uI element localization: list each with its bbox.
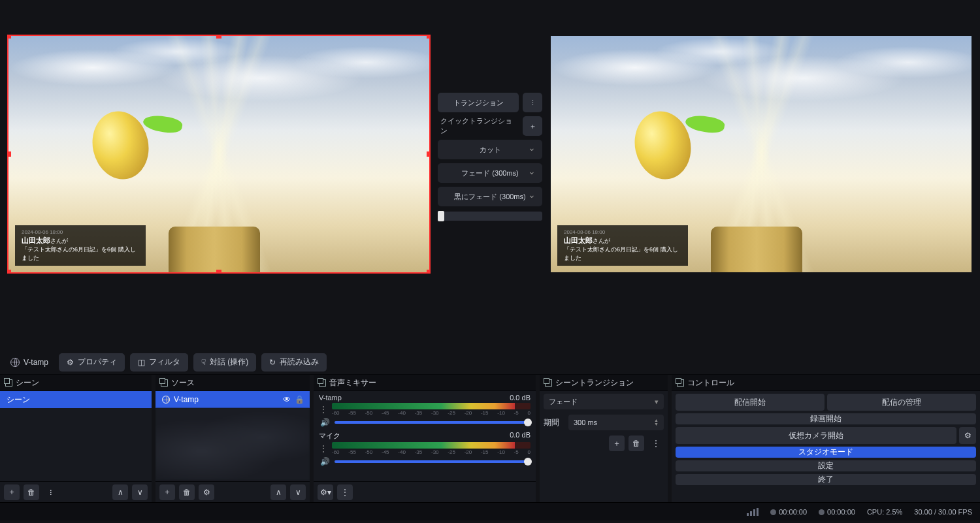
- controls-header: コントロール: [672, 375, 980, 391]
- interact-button[interactable]: ☟対話 (操作): [193, 353, 256, 372]
- scene-filter-button[interactable]: ⫶: [43, 484, 59, 500]
- add-transition-button[interactable]: ＋: [609, 436, 625, 451]
- pointer-icon: ☟: [201, 358, 206, 367]
- mixer-panel: 音声ミキサー V-tamp0.0 dB ⋮ -60-55-50-45-40-35…: [314, 375, 536, 502]
- duration-input[interactable]: 300 ms ▲▼: [568, 415, 664, 430]
- remove-source-button[interactable]: 🗑: [179, 484, 195, 500]
- fps-counter: 30.00 / 30.00 FPS: [914, 508, 972, 516]
- volume-slider[interactable]: [335, 421, 531, 424]
- visibility-icon[interactable]: 👁: [283, 395, 291, 404]
- transition-button[interactable]: トランジション: [438, 93, 519, 112]
- lock-icon[interactable]: 🔒: [295, 395, 304, 404]
- mixer-menu-button[interactable]: ⋮: [337, 484, 353, 500]
- popout-icon[interactable]: [161, 379, 168, 387]
- transition-header: シーントランジション: [540, 375, 668, 391]
- mixer-footer: ⚙▾ ⋮: [314, 481, 536, 502]
- popout-icon[interactable]: [319, 379, 326, 387]
- live-timer: 00:00:00: [770, 508, 807, 516]
- add-quick-transition-button[interactable]: ＋: [523, 116, 542, 136]
- scenes-header: シーン: [0, 375, 152, 391]
- scene-down-button[interactable]: ∨: [132, 484, 148, 500]
- settings-button[interactable]: 設定: [676, 460, 976, 471]
- audio-meter: -60-55-50-45-40-35-30-25-20-15-10-50: [332, 403, 531, 416]
- scenes-panel: シーン シーン ＋ 🗑 ⫶ ∧ ∨: [0, 375, 152, 502]
- manage-broadcast-button[interactable]: 配信の管理: [827, 394, 976, 411]
- scene-up-button[interactable]: ∧: [112, 484, 128, 500]
- volume-slider[interactable]: [335, 460, 531, 463]
- globe-icon: [10, 358, 20, 367]
- preview-area: 2024-08-06 18:00 山田太郎さんが 「テスト太郎さんの6月日記」を…: [0, 0, 980, 350]
- resize-handle[interactable]: [427, 270, 429, 272]
- quick-transition-label: クイックトランジション: [438, 116, 519, 136]
- dock-panels: シーン シーン ＋ 🗑 ⫶ ∧ ∨ ソース V-tamp 👁 🔒 ＋: [0, 375, 980, 502]
- duration-label: 期間: [544, 417, 564, 428]
- source-up-button[interactable]: ∧: [270, 484, 286, 500]
- speaker-icon[interactable]: 🔊: [319, 418, 331, 427]
- globe-icon: [162, 396, 170, 404]
- quick-transition-item[interactable]: カット: [438, 140, 542, 159]
- overlay-timestamp: 2024-08-06 18:00: [22, 229, 139, 236]
- popout-icon[interactable]: [5, 379, 12, 387]
- popout-icon[interactable]: [545, 379, 552, 387]
- channel-menu-icon[interactable]: ⋮: [319, 447, 328, 450]
- channel-db: 0.0 dB: [510, 394, 531, 402]
- resize-handle[interactable]: [8, 270, 11, 272]
- add-source-button[interactable]: ＋: [159, 484, 175, 500]
- mixer-channel: マイク0.0 dB ⋮ -60-55-50-45-40-35-30-25-20-…: [314, 428, 536, 468]
- speaker-icon[interactable]: 🔊: [319, 457, 331, 466]
- resize-handle[interactable]: [8, 151, 11, 157]
- remove-scene-button[interactable]: 🗑: [24, 484, 39, 500]
- source-properties-button[interactable]: ⚙: [199, 484, 214, 500]
- edit-preview[interactable]: 2024-08-06 18:00 山田太郎さんが 「テスト太郎さんの6月日記」を…: [0, 0, 438, 350]
- resize-handle[interactable]: [216, 36, 221, 39]
- quick-transition-item[interactable]: 黒にフェード (300ms): [438, 187, 542, 206]
- channel-name: V-tamp: [319, 394, 342, 402]
- channel-menu-icon[interactable]: ⋮: [319, 408, 328, 411]
- cpu-usage: CPU: 2.5%: [867, 508, 902, 516]
- preview-overlay: 2024-08-06 18:00 山田太郎さんが 「テスト太郎さんの6月日記」を…: [15, 225, 146, 266]
- tbar-slider[interactable]: [438, 212, 542, 221]
- channel-name: マイク: [319, 431, 340, 441]
- source-down-button[interactable]: ∨: [290, 484, 306, 500]
- quick-transition-item[interactable]: フェード (300ms): [438, 163, 542, 183]
- remove-transition-button[interactable]: 🗑: [629, 436, 644, 451]
- filter-icon: ◫: [138, 358, 145, 367]
- sources-header: ソース: [155, 375, 310, 391]
- refresh-icon: ↻: [269, 358, 276, 367]
- add-scene-button[interactable]: ＋: [4, 484, 20, 500]
- network-icon: [747, 508, 759, 516]
- virtual-camera-button[interactable]: 仮想カメラ開始: [676, 427, 956, 444]
- audio-meter: -60-55-50-45-40-35-30-25-20-15-10-50: [332, 442, 531, 455]
- program-overlay: 2024-08-06 18:00 山田太郎さんが 「テスト太郎さんの6月日記」を…: [557, 225, 688, 266]
- preview-source-box[interactable]: 2024-08-06 18:00 山田太郎さんが 「テスト太郎さんの6月日記」を…: [8, 36, 429, 272]
- exit-button[interactable]: 終了: [676, 474, 976, 485]
- spinner-icon[interactable]: ▲▼: [654, 419, 659, 426]
- transition-menu-button[interactable]: ⋮: [523, 93, 542, 112]
- mixer-channel: V-tamp0.0 dB ⋮ -60-55-50-45-40-35-30-25-…: [314, 391, 536, 428]
- properties-button[interactable]: ⚙プロパティ: [59, 353, 125, 372]
- resize-handle[interactable]: [216, 270, 221, 272]
- scene-item[interactable]: シーン: [0, 391, 152, 408]
- source-item[interactable]: V-tamp 👁 🔒: [155, 391, 310, 408]
- resize-handle[interactable]: [427, 36, 429, 39]
- sources-panel: ソース V-tamp 👁 🔒 ＋ 🗑 ⚙ ∧ ∨: [155, 375, 310, 502]
- start-recording-button[interactable]: 録画開始: [676, 413, 976, 424]
- transition-menu-button[interactable]: ⋮: [648, 436, 664, 451]
- virtual-camera-settings-button[interactable]: ⚙: [959, 427, 976, 444]
- popout-icon[interactable]: [677, 379, 684, 387]
- source-toolbar: V-tamp ⚙プロパティ ◫フィルタ ☟対話 (操作) ↻再読み込み: [0, 350, 980, 375]
- resize-handle[interactable]: [427, 151, 429, 157]
- filters-button[interactable]: ◫フィルタ: [130, 353, 188, 372]
- program-preview[interactable]: 2024-08-06 18:00 山田太郎さんが 「テスト太郎さんの6月日記」を…: [542, 0, 980, 350]
- studio-mode-button[interactable]: スタジオモード: [676, 447, 976, 458]
- program-source-box: 2024-08-06 18:00 山田太郎さんが 「テスト太郎さんの6月日記」を…: [551, 36, 972, 272]
- scene-transition-panel: シーントランジション フェード 期間 300 ms ▲▼ ＋ 🗑 ⋮: [540, 375, 668, 502]
- start-streaming-button[interactable]: 配信開始: [676, 394, 825, 411]
- scenes-footer: ＋ 🗑 ⫶ ∧ ∨: [0, 481, 152, 502]
- selected-source-label: V-tamp: [5, 358, 54, 367]
- rec-timer: 00:00:00: [819, 508, 855, 516]
- reload-button[interactable]: ↻再読み込み: [261, 353, 327, 372]
- transition-select[interactable]: フェード: [544, 394, 664, 409]
- resize-handle[interactable]: [8, 36, 11, 39]
- mixer-settings-button[interactable]: ⚙▾: [318, 484, 333, 500]
